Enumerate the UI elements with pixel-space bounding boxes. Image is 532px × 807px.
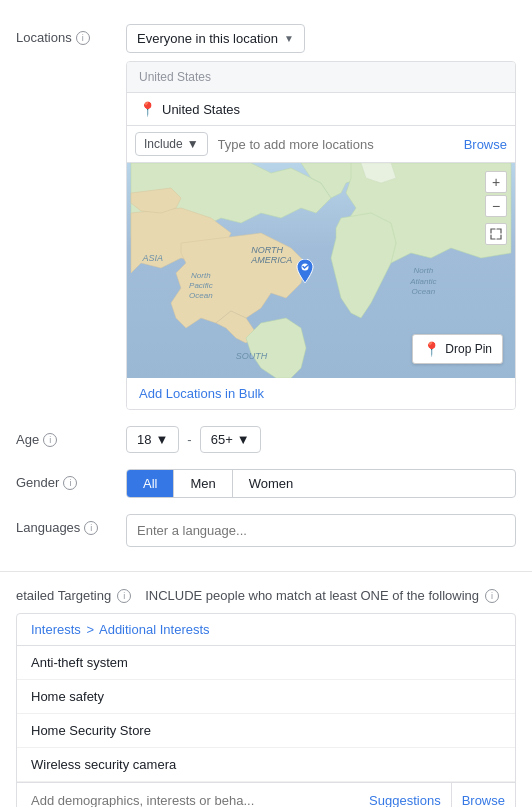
south-label: SOUTH xyxy=(236,351,268,361)
age-info-icon[interactable]: i xyxy=(43,433,57,447)
north-pacific-label: NorthPacificOcean xyxy=(189,271,213,302)
map-container: ASIA NORTHAMERICA NorthPacificOcean Nort… xyxy=(127,163,515,378)
age-max-dropdown[interactable]: 65+ ▼ xyxy=(200,426,261,453)
languages-label: Languages i xyxy=(16,514,126,535)
age-min-arrow-icon: ▼ xyxy=(155,432,168,447)
list-item[interactable]: Wireless security camera xyxy=(17,748,515,782)
list-item[interactable]: Anti-theft system xyxy=(17,646,515,680)
north-america-label: NORTHAMERICA xyxy=(251,245,292,265)
list-item[interactable]: Home safety xyxy=(17,680,515,714)
gender-control: All Men Women xyxy=(126,469,516,498)
locations-label: Locations i xyxy=(16,24,126,45)
list-item[interactable]: Home Security Store xyxy=(17,714,515,748)
age-min-dropdown[interactable]: 18 ▼ xyxy=(126,426,179,453)
location-browse-link[interactable]: Browse xyxy=(464,137,507,152)
location-pin-icon: 📍 xyxy=(139,101,156,117)
language-input[interactable] xyxy=(126,514,516,547)
map-zoom-out-button[interactable]: − xyxy=(485,195,507,217)
targeting-footer: Suggestions Browse xyxy=(17,782,515,807)
age-control: 18 ▼ - 65+ ▼ xyxy=(126,426,516,453)
targeting-browse-link[interactable]: Browse xyxy=(451,783,515,807)
age-range: 18 ▼ - 65+ ▼ xyxy=(126,426,516,453)
add-bulk-link[interactable]: Add Locations in Bulk xyxy=(127,378,515,409)
locations-row: Locations i Everyone in this location ▼ … xyxy=(0,16,532,418)
location-selected-row: 📍 United States xyxy=(127,93,515,126)
location-card: United States 📍 United States Include ▼ … xyxy=(126,61,516,410)
additional-interests-breadcrumb-link[interactable]: Additional Interests xyxy=(99,622,210,637)
locations-info-icon[interactable]: i xyxy=(76,31,90,45)
map-controls: + − xyxy=(485,171,507,245)
pin-icon: 📍 xyxy=(423,341,440,357)
drop-pin-button[interactable]: 📍 Drop Pin xyxy=(412,334,503,364)
north-atlantic-label: NorthAtlanticOcean xyxy=(410,266,436,297)
age-row: Age i 18 ▼ - 65+ ▼ xyxy=(0,418,532,461)
age-label: Age i xyxy=(16,426,126,447)
include-dropdown[interactable]: Include ▼ xyxy=(135,132,208,156)
map-zoom-in-button[interactable]: + xyxy=(485,171,507,193)
gender-men-button[interactable]: Men xyxy=(174,470,232,497)
dropdown-arrow-icon: ▼ xyxy=(284,33,294,44)
age-max-arrow-icon: ▼ xyxy=(237,432,250,447)
languages-row: Languages i xyxy=(0,506,532,555)
gender-women-button[interactable]: Women xyxy=(233,470,310,497)
gender-group: All Men Women xyxy=(126,469,516,498)
targeting-desc-info-icon[interactable]: i xyxy=(485,589,499,603)
languages-control xyxy=(126,514,516,547)
interests-breadcrumb-link[interactable]: Interests xyxy=(31,622,84,637)
suggestions-link[interactable]: Suggestions xyxy=(359,783,451,807)
detailed-targeting-header: etailed Targeting i INCLUDE people who m… xyxy=(16,588,516,603)
languages-info-icon[interactable]: i xyxy=(84,521,98,535)
targeting-add-input[interactable] xyxy=(17,783,359,807)
interest-breadcrumb: Interests > Additional Interests xyxy=(17,614,515,646)
gender-all-button[interactable]: All xyxy=(127,470,174,497)
detailed-targeting-section: etailed Targeting i INCLUDE people who m… xyxy=(0,572,532,807)
map-marker xyxy=(290,259,320,292)
detailed-targeting-info-icon[interactable]: i xyxy=(117,589,131,603)
location-search-input[interactable] xyxy=(214,133,458,156)
location-country-header: United States xyxy=(127,62,515,93)
targeting-box: Interests > Additional Interests Anti-th… xyxy=(16,613,516,807)
gender-row: Gender i All Men Women xyxy=(0,461,532,506)
location-include-row: Include ▼ Browse xyxy=(127,126,515,163)
gender-info-icon[interactable]: i xyxy=(63,476,77,490)
locations-section: Locations i Everyone in this location ▼ … xyxy=(0,0,532,572)
locations-control: Everyone in this location ▼ United State… xyxy=(126,24,516,410)
asia-label: ASIA xyxy=(143,253,164,263)
map-expand-button[interactable] xyxy=(485,223,507,245)
location-type-dropdown[interactable]: Everyone in this location ▼ xyxy=(126,24,305,53)
gender-label: Gender i xyxy=(16,469,126,490)
map-background: ASIA NORTHAMERICA NorthPacificOcean Nort… xyxy=(127,163,515,378)
include-arrow-icon: ▼ xyxy=(187,137,199,151)
